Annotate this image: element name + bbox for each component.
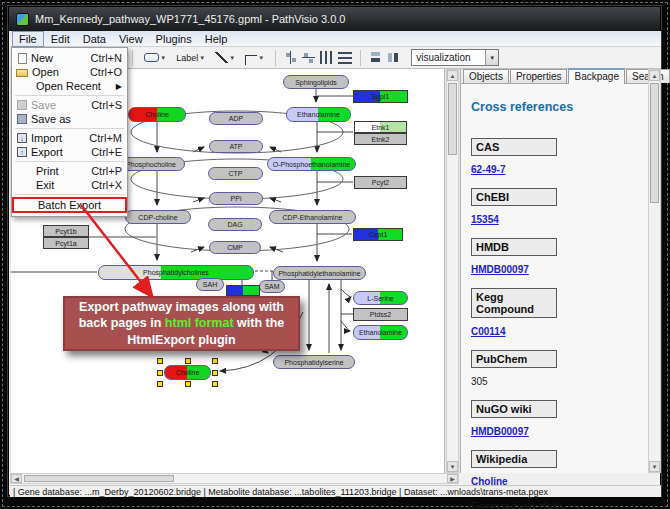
label-tool-button[interactable]: Label ▼ — [173, 51, 208, 65]
chevron-down-icon[interactable]: ▼ — [160, 55, 166, 61]
xref-link[interactable]: C00114 — [471, 326, 505, 337]
pathway-node-cmp[interactable]: CMP — [209, 241, 261, 254]
panel-vertical-scrollbar[interactable]: ▲ ▼ — [648, 69, 661, 473]
pathway-node-pcyt2[interactable]: Pcyt2 — [354, 176, 407, 189]
pathway-node-etnk2[interactable]: Etnk2 — [354, 133, 407, 145]
scroll-right-icon[interactable]: ▶ — [447, 474, 458, 483]
scroll-left-icon[interactable]: ◀ — [11, 474, 22, 483]
menubar-item-help[interactable]: Help — [199, 32, 234, 46]
scrollbar-thumb[interactable] — [650, 83, 659, 203]
pathway-node-ethanolamine[interactable]: Ethanolamine — [353, 325, 408, 340]
gene-tool-button[interactable]: ▼ — [141, 51, 169, 64]
xref-link[interactable]: 15354 — [471, 214, 499, 225]
pathway-node-o-phosphoethanolamine[interactable]: O-Phosphoethanolamine — [267, 157, 356, 171]
status-text: | Gene database: ...m_Derby_20120602.bri… — [13, 487, 548, 497]
selection-handle[interactable] — [157, 370, 163, 376]
stack-vertical-icon[interactable] — [369, 51, 383, 64]
scroll-up-icon[interactable]: ▲ — [649, 70, 660, 81]
selection-handle[interactable] — [212, 358, 218, 364]
xref-link[interactable]: 62-49-7 — [471, 164, 505, 175]
selection-handle[interactable] — [157, 381, 163, 387]
pathway-node-cdp-ethanolamine[interactable]: CDP-Ethanolamine — [269, 210, 356, 224]
file-menu-item-export[interactable]: ↑ExportCtrl+E — [12, 145, 127, 159]
pathway-node-sgpl1[interactable]: Sgpl1 — [353, 90, 408, 103]
pathway-node-pcyt1b[interactable]: Pcyt1b — [43, 225, 89, 237]
title-bar[interactable]: Mm_Kennedy_pathway_WP1771_45176.gpml - P… — [9, 7, 660, 31]
pathway-node-cept1[interactable]: Cept1 — [353, 228, 403, 241]
align-center-y-icon[interactable] — [302, 51, 316, 64]
backpage-panel: Cross references CAS62-49-7ChEBI15354HMD… — [461, 84, 648, 509]
pathway-node-atp[interactable]: ATP — [209, 140, 263, 153]
chevron-down-icon[interactable]: ▼ — [258, 55, 264, 61]
selection-handle[interactable] — [185, 381, 191, 387]
scroll-up-icon[interactable]: ▲ — [447, 70, 458, 81]
pathway-node-ppi[interactable]: PPi — [209, 192, 263, 205]
pathway-node-l-serine[interactable]: L-Serine — [353, 291, 408, 305]
pathway-node-cdp-choline[interactable]: CDP-choline — [125, 210, 191, 224]
tab-objects[interactable]: Objects — [463, 69, 509, 83]
pathway-node-phosphatidylethanolamine[interactable]: Phosphatidylethanolamine — [273, 266, 366, 280]
chevron-down-icon[interactable]: ▼ — [229, 55, 235, 61]
menubar-item-data[interactable]: Data — [77, 32, 112, 46]
distribute-vertical-icon[interactable] — [338, 51, 352, 64]
file-menu-item-open[interactable]: OpenCtrl+O — [12, 65, 127, 79]
pathway-node-phosphatidylcholines[interactable]: Phosphatidylcholines — [98, 265, 254, 280]
import-icon: ↓ — [17, 133, 27, 143]
canvas-vertical-scrollbar[interactable]: ▲ ▼ — [446, 69, 459, 473]
canvas-horizontal-scrollbar[interactable]: ◀ ▶ — [10, 473, 459, 484]
visualization-combobox[interactable]: visualization ▼ — [411, 49, 499, 66]
tab-properties[interactable]: Properties — [510, 69, 568, 83]
file-menu-item-import[interactable]: ↓ImportCtrl+M — [12, 131, 127, 145]
xref-link[interactable]: HMDB00097 — [471, 426, 529, 437]
xref-source-title: PubChem — [471, 350, 557, 368]
node-label: Phosphatidylcholines — [143, 269, 209, 276]
align-center-x-icon[interactable] — [284, 51, 298, 64]
menubar-item-view[interactable]: View — [113, 32, 149, 46]
xref-link[interactable]: HMDB00097 — [471, 264, 529, 275]
pathway-node-choline[interactable]: Choline — [164, 365, 211, 380]
pathway-node-ethanolamine[interactable]: Ethanolamine — [286, 107, 351, 122]
file-menu-item-batch-export[interactable]: Batch Export — [12, 197, 127, 213]
file-menu-item-save[interactable]: SaveCtrl+S — [12, 98, 127, 112]
pathway-node-dag[interactable]: DAG — [208, 218, 262, 231]
pathway-node-ptdss2[interactable]: Ptdss2 — [353, 308, 408, 321]
menu-item-shortcut: Ctrl+P — [91, 165, 122, 177]
pathway-node-etnk1[interactable]: Etnk1 — [354, 121, 407, 133]
node-label: CDP-Ethanolamine — [283, 214, 343, 221]
selection-handle[interactable] — [157, 358, 163, 364]
pathway-node-sah[interactable]: SAH — [196, 278, 224, 291]
selection-handle[interactable] — [212, 370, 218, 376]
chevron-down-icon[interactable]: ▼ — [199, 55, 205, 61]
selection-handle[interactable] — [212, 381, 218, 387]
pathway-node-sam[interactable]: SAM — [259, 280, 285, 293]
pathway-node-sphingolipids[interactable]: Sphingolipids — [283, 75, 349, 89]
pathway-node-ctp[interactable]: CTP — [208, 167, 263, 180]
file-menu-item-exit[interactable]: ExitCtrl+X — [12, 178, 127, 192]
selection-handle[interactable] — [185, 358, 191, 364]
cross-references-list: CAS62-49-7ChEBI15354HMDBHMDB00097Kegg Co… — [471, 138, 648, 487]
pathway-node-adp[interactable]: ADP — [209, 112, 263, 125]
file-menu-item-print[interactable]: PrintCtrl+P — [12, 164, 127, 178]
node-label: Ethanolamine — [297, 111, 340, 118]
connector-tool-button[interactable]: ▼ — [242, 49, 267, 67]
visualization-dropdown-arrow-icon[interactable]: ▼ — [485, 50, 498, 65]
scrollbar-thumb[interactable] — [24, 475, 174, 482]
distribute-horizontal-icon[interactable] — [320, 51, 334, 64]
pathway-node-phosphatidylserine[interactable]: Phosphatidylserine — [273, 355, 355, 369]
tab-backpage[interactable]: Backpage — [568, 68, 624, 84]
stack-horizontal-icon[interactable] — [387, 51, 401, 64]
side-panel: ObjectsPropertiesBackpageSearchLegend Cr… — [460, 69, 648, 473]
line-tool-button[interactable]: ▼ — [212, 50, 238, 65]
file-menu-item-save-as[interactable]: Save as — [12, 112, 127, 126]
pathway-node-choline[interactable]: Choline — [128, 107, 186, 122]
menubar-item-file[interactable]: File — [12, 31, 44, 47]
pathway-node[interactable] — [226, 285, 260, 296]
file-menu-item-new[interactable]: NewCtrl+N — [12, 51, 127, 65]
scroll-down-icon[interactable]: ▼ — [447, 461, 458, 472]
menubar-item-edit[interactable]: Edit — [45, 32, 76, 46]
scroll-down-icon[interactable]: ▼ — [649, 461, 660, 472]
scrollbar-thumb[interactable] — [448, 83, 457, 155]
file-menu-item-open-recent[interactable]: Open Recent▶ — [12, 79, 127, 93]
menubar-item-plugins[interactable]: Plugins — [150, 32, 198, 46]
pathway-node-pcyt1a[interactable]: Pcyt1a — [43, 237, 89, 249]
